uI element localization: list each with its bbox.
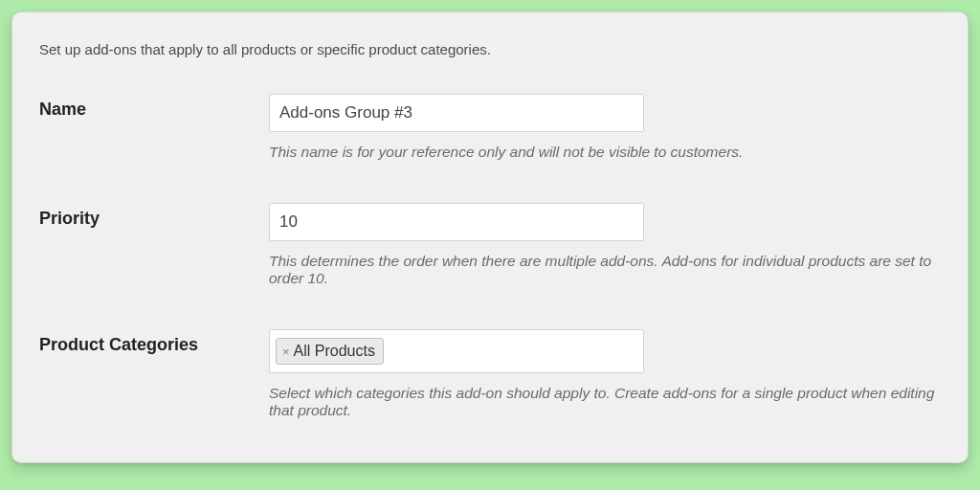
name-helper-text: This name is for your reference only and… bbox=[269, 144, 941, 161]
panel-intro-text: Set up add-ons that apply to all product… bbox=[39, 41, 941, 57]
category-tag: × All Products bbox=[276, 338, 384, 365]
name-input[interactable] bbox=[269, 94, 644, 132]
priority-helper-text: This determines the order when there are… bbox=[269, 253, 941, 287]
remove-tag-icon[interactable]: × bbox=[282, 345, 290, 358]
categories-field-col: × All Products Select which categories t… bbox=[269, 329, 941, 419]
name-field-col: This name is for your reference only and… bbox=[269, 94, 941, 161]
category-tag-label: All Products bbox=[294, 343, 375, 360]
field-row-priority: Priority This determines the order when … bbox=[39, 203, 941, 287]
categories-helper-text: Select which categories this add-on shou… bbox=[269, 385, 941, 419]
categories-tagbox[interactable]: × All Products bbox=[269, 329, 644, 373]
field-row-categories: Product Categories × All Products Select… bbox=[39, 329, 941, 419]
priority-input[interactable] bbox=[269, 203, 644, 241]
name-label: Name bbox=[39, 94, 269, 120]
page-background: Set up add-ons that apply to all product… bbox=[0, 0, 980, 490]
field-row-name: Name This name is for your reference onl… bbox=[39, 94, 941, 161]
categories-label: Product Categories bbox=[39, 329, 269, 355]
priority-label: Priority bbox=[39, 203, 269, 229]
addons-settings-panel: Set up add-ons that apply to all product… bbox=[11, 11, 969, 463]
priority-field-col: This determines the order when there are… bbox=[269, 203, 941, 287]
